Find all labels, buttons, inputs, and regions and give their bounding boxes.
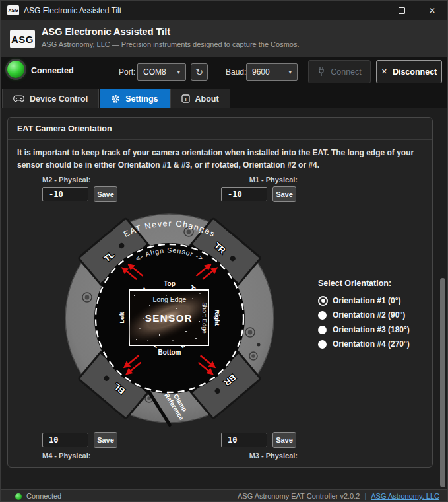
scrollbar-thumb[interactable] <box>440 278 445 487</box>
baud-select[interactable]: 9600 ▾ <box>246 63 298 81</box>
m3-physical-group: Save M3 - Physical: <box>221 432 298 460</box>
select-orientation-label: Select Orientation: <box>318 279 440 288</box>
app-icon: ASG <box>7 5 19 15</box>
gamepad-icon <box>13 95 24 103</box>
app-window: ASG ASG Electronic Assisted Tilt – ✕ ASG… <box>0 0 448 502</box>
chevron-down-icon: ▾ <box>279 69 292 75</box>
status-divider: | <box>364 492 366 500</box>
m4-input[interactable] <box>42 433 88 447</box>
titlebar: ASG ASG Electronic Assisted Tilt – ✕ <box>1 1 447 20</box>
m4-label: M4 - Physical: <box>42 452 119 460</box>
orientation-option-4[interactable]: Orientation #4 (270°) <box>318 337 440 351</box>
radio-selected-icon[interactable] <box>318 296 328 306</box>
sensor-bottom-label: Bottom <box>158 349 181 356</box>
app-title: ASG Electronic Assisted Tilt <box>42 26 170 37</box>
asg-astronomy-link[interactable]: ASG Astronomy, LLC <box>371 492 439 500</box>
connection-led-icon <box>7 61 24 78</box>
port-label: Port: <box>119 67 135 77</box>
panel-title: EAT Camera Orientation <box>17 118 432 140</box>
tab-label: Device Control <box>30 94 88 104</box>
tab-label: About <box>195 94 219 104</box>
m2-save-button[interactable]: Save <box>94 186 117 202</box>
maximize-icon <box>399 7 405 14</box>
connect-button[interactable]: Connect <box>308 60 371 83</box>
gear-icon <box>111 94 120 104</box>
minimize-icon: – <box>369 6 374 15</box>
tab-device-control[interactable]: Device Control <box>2 89 99 108</box>
sensor-center-label: SENSOR <box>145 312 193 324</box>
svg-text:i: i <box>185 96 186 102</box>
port-value: COM8 <box>143 67 166 77</box>
eat-camera-orientation-panel: EAT Camera Orientation It is important t… <box>7 117 433 468</box>
connect-label: Connect <box>331 67 362 77</box>
app-version: ASG Astronomy EAT Controller v2.0.2 <box>238 492 360 500</box>
window-title: ASG Electronic Assisted Tilt <box>24 1 121 20</box>
port-select[interactable]: COM8 ▾ <box>137 63 186 81</box>
orientation-description: It is important to keep track of your ca… <box>17 147 423 172</box>
app-subtitle: ASG Astronomy, LLC — Precision instrumen… <box>42 40 299 48</box>
plug-icon <box>317 67 325 77</box>
m4-physical-group: Save M4 - Physical: <box>42 432 119 460</box>
sensor-right-label: Right <box>214 310 221 326</box>
m3-input[interactable] <box>221 433 267 447</box>
radio-icon[interactable] <box>318 311 327 320</box>
panel-header: EAT Camera Orientation <box>8 118 432 140</box>
settings-content: EAT Camera Orientation It is important t… <box>1 108 447 489</box>
app-header: ASG ASG Electronic Assisted Tilt ASG Ast… <box>1 20 447 57</box>
sensor-image: Long Edge SENSOR Short Edge Top Bottom L… <box>112 278 225 356</box>
select-orientation-group: Select Orientation: Orientation #1 (0°) … <box>318 279 440 351</box>
maximize-button[interactable] <box>387 1 417 20</box>
disconnect-label: Disconnect <box>393 67 437 77</box>
minimize-button[interactable]: – <box>356 1 387 20</box>
m2-label: M2 - Physical: <box>42 176 119 184</box>
orientation-option-1[interactable]: Orientation #1 (0°) <box>318 293 440 308</box>
status-led-icon <box>15 493 22 500</box>
refresh-ports-button[interactable]: ↻ <box>191 63 208 81</box>
sensor-long-edge-label: Long Edge <box>153 295 187 303</box>
m3-label: M3 - Physical: <box>221 452 298 460</box>
tab-about[interactable]: i About <box>170 89 230 108</box>
m2-input[interactable] <box>42 187 88 201</box>
m1-physical-group: M1 - Physical: Save <box>221 176 298 202</box>
tab-settings[interactable]: Settings <box>100 89 169 108</box>
orientation-option-3[interactable]: Orientation #3 (180°) <box>318 322 440 337</box>
m4-save-button[interactable]: Save <box>94 432 117 448</box>
orientation-option-2[interactable]: Orientation #2 (90°) <box>318 308 440 322</box>
status-text: Connected <box>26 492 61 500</box>
eat-orientation-diagram: TL TR BL <box>61 209 278 427</box>
chevron-down-icon: ▾ <box>168 69 180 75</box>
baud-label: Baud: <box>226 67 246 77</box>
connection-bar: Connected Port: COM8 ▾ ↻ Baud: 9600 ▾ Co… <box>1 57 447 108</box>
m1-label: M1 - Physical: <box>221 176 298 184</box>
radio-icon[interactable] <box>318 326 327 334</box>
sensor-top-label: Top <box>164 280 176 287</box>
m3-save-button[interactable]: Save <box>272 432 296 448</box>
tab-label: Settings <box>125 94 158 104</box>
sensor-left-label: Left <box>118 311 125 323</box>
asg-logo: ASG <box>10 30 35 48</box>
tab-bar: Device Control Settings i About <box>2 89 231 108</box>
refresh-icon: ↻ <box>195 67 203 77</box>
baud-value: 9600 <box>252 67 270 77</box>
disconnect-button[interactable]: ✕ Disconnect <box>376 60 442 83</box>
close-button[interactable]: ✕ <box>417 1 447 20</box>
x-icon: ✕ <box>381 67 387 76</box>
info-icon: i <box>181 94 190 103</box>
m1-input[interactable] <box>221 187 267 201</box>
close-icon: ✕ <box>429 6 435 15</box>
radio-icon[interactable] <box>318 340 327 349</box>
statusbar: Connected ASG Astronomy EAT Controller v… <box>1 489 447 502</box>
m1-save-button[interactable]: Save <box>272 186 296 202</box>
sensor-short-edge-label: Short Edge <box>201 302 208 334</box>
connection-status: Connected <box>31 66 74 75</box>
m2-physical-group: M2 - Physical: Save <box>42 176 119 202</box>
